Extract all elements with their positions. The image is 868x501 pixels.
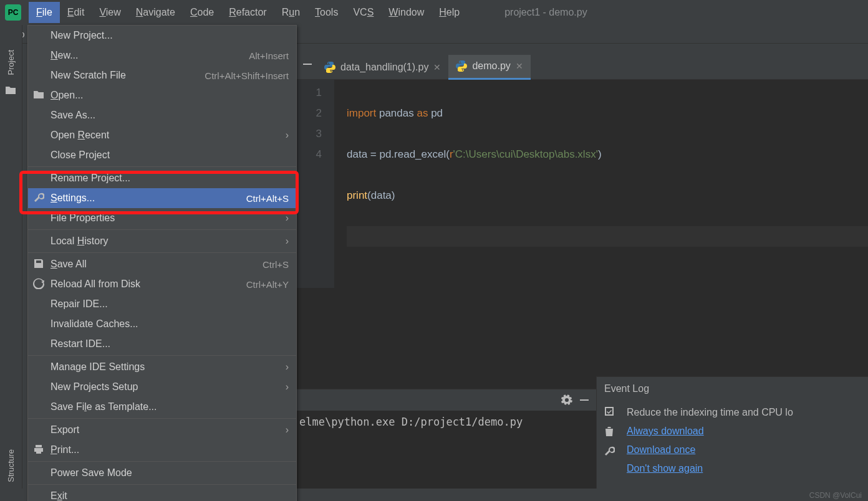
menu-code[interactable]: Code bbox=[183, 2, 221, 23]
structure-tool-label[interactable]: Structure bbox=[6, 443, 16, 489]
file-menu-item[interactable]: Save File as Template... bbox=[28, 397, 296, 417]
save-icon bbox=[33, 258, 44, 269]
editor-code[interactable]: import pandas as pd data = pd.read_excel… bbox=[334, 80, 868, 288]
menu-item-label: Repair IDE... bbox=[51, 298, 289, 310]
file-menu-item[interactable]: Manage IDE Settings› bbox=[28, 357, 296, 377]
chevron-right-icon: › bbox=[286, 212, 289, 224]
event-log-link-always[interactable]: Always download bbox=[627, 422, 793, 441]
menu-run[interactable]: Run bbox=[274, 2, 307, 23]
gear-icon[interactable] bbox=[561, 394, 572, 406]
file-menu-item[interactable]: Save As... bbox=[28, 105, 296, 125]
menu-item-label: Close Project bbox=[51, 150, 289, 161]
python-icon bbox=[456, 60, 467, 72]
menu-item-label: Exit bbox=[51, 490, 289, 501]
collapse-icon[interactable] bbox=[302, 59, 316, 72]
check-icon[interactable] bbox=[604, 406, 615, 417]
menu-separator bbox=[28, 484, 296, 485]
line-number: 2 bbox=[297, 103, 322, 123]
menu-separator bbox=[28, 418, 296, 419]
file-menu-item[interactable]: Rename Project... bbox=[28, 168, 296, 188]
project-tool-label[interactable]: Project bbox=[6, 44, 16, 81]
minimize-icon[interactable] bbox=[579, 394, 590, 406]
wrench-icon bbox=[33, 192, 44, 203]
event-log-title: Event Log bbox=[597, 377, 868, 401]
file-menu-item[interactable]: Local History› bbox=[28, 231, 296, 251]
menu-window[interactable]: Window bbox=[381, 2, 432, 23]
menu-shortcut: Alt+Insert bbox=[249, 50, 289, 61]
left-tool-strip: Project Structure bbox=[0, 25, 22, 489]
menu-item-label: Export bbox=[51, 424, 286, 436]
file-menu-item[interactable]: Open Recent› bbox=[28, 125, 296, 145]
file-menu-item[interactable]: Export› bbox=[28, 420, 296, 440]
chevron-right-icon: › bbox=[286, 361, 289, 373]
menu-item-label: Settings... bbox=[51, 193, 246, 204]
menu-refactor[interactable]: Refactor bbox=[221, 2, 274, 23]
close-icon[interactable]: ✕ bbox=[516, 61, 523, 71]
folder-icon bbox=[33, 89, 44, 100]
menu-vcs[interactable]: VCS bbox=[345, 2, 381, 23]
file-menu-item[interactable]: Exit bbox=[28, 486, 296, 501]
menu-item-label: Open Recent bbox=[51, 130, 286, 141]
file-menu-item[interactable]: Restart IDE... bbox=[28, 334, 296, 354]
menu-tools[interactable]: Tools bbox=[307, 2, 345, 23]
file-menu-item[interactable]: Save AllCtrl+S bbox=[28, 254, 296, 274]
file-menu-dropdown: New Project...New...Alt+InsertNew Scratc… bbox=[27, 25, 297, 501]
menu-separator bbox=[28, 461, 296, 462]
file-menu-item[interactable]: Invalidate Caches... bbox=[28, 314, 296, 334]
folder-icon[interactable] bbox=[5, 85, 17, 97]
chevron-right-icon: › bbox=[286, 424, 289, 436]
event-log-link-dont[interactable]: Don't show again bbox=[627, 459, 793, 478]
chevron-right-icon: › bbox=[286, 130, 289, 141]
file-menu-item[interactable]: Repair IDE... bbox=[28, 294, 296, 314]
menu-item-label: Save File as Template... bbox=[51, 401, 289, 413]
event-log-desc: Reduce the indexing time and CPU lo bbox=[627, 403, 793, 422]
menu-item-label: Power Save Mode bbox=[51, 467, 289, 479]
chevron-right-icon: › bbox=[286, 381, 289, 393]
menu-file[interactable]: File bbox=[29, 2, 60, 23]
menu-item-label: New... bbox=[51, 50, 249, 61]
file-menu-item[interactable]: New Project... bbox=[28, 26, 296, 45]
menu-item-label: Reload All from Disk bbox=[51, 279, 246, 290]
menu-item-label: Open... bbox=[51, 90, 289, 101]
line-number: 4 bbox=[297, 144, 322, 165]
editor-area: data_handling(1).py✕demo.py✕ 1234 import… bbox=[297, 55, 868, 389]
reload-icon bbox=[33, 278, 44, 289]
file-menu-item[interactable]: File Properties› bbox=[28, 208, 296, 228]
file-menu-item[interactable]: New Projects Setup› bbox=[28, 377, 296, 397]
tab-label: data_handling(1).py bbox=[340, 62, 428, 73]
chevron-right-icon: › bbox=[286, 236, 289, 247]
file-menu-item[interactable]: Reload All from DiskCtrl+Alt+Y bbox=[28, 274, 296, 294]
close-icon[interactable]: ✕ bbox=[433, 62, 441, 72]
editor-tab[interactable]: demo.py✕ bbox=[448, 55, 530, 80]
menu-view[interactable]: View bbox=[92, 2, 128, 23]
event-log-link-once[interactable]: Download once bbox=[627, 441, 793, 459]
file-menu-item[interactable]: Open... bbox=[28, 85, 296, 105]
line-number: 3 bbox=[297, 123, 322, 144]
menu-help[interactable]: Help bbox=[432, 2, 467, 23]
file-menu-item[interactable]: Close Project bbox=[28, 145, 296, 165]
editor-tab[interactable]: data_handling(1).py✕ bbox=[317, 55, 448, 80]
menu-item-label: Save All bbox=[51, 259, 263, 270]
editor-tabs-bar: data_handling(1).py✕demo.py✕ bbox=[297, 55, 868, 80]
line-number: 1 bbox=[297, 82, 322, 103]
file-menu-item[interactable]: Print... bbox=[28, 440, 296, 460]
console-output[interactable]: elme\python.exe D:/project1/demo.py bbox=[297, 411, 596, 433]
app-icon: PC bbox=[5, 4, 21, 21]
menu-item-label: Restart IDE... bbox=[51, 338, 289, 350]
trash-icon[interactable] bbox=[604, 426, 615, 437]
file-menu-item[interactable]: New Scratch FileCtrl+Alt+Shift+Insert bbox=[28, 65, 296, 85]
file-menu-item[interactable]: Power Save Mode bbox=[28, 463, 296, 483]
menu-edit[interactable]: Edit bbox=[60, 2, 92, 23]
menu-item-label: Invalidate Caches... bbox=[51, 318, 289, 330]
window-title: project1 - demo.py bbox=[504, 7, 587, 18]
file-menu-item[interactable]: Settings...Ctrl+Alt+S bbox=[28, 188, 296, 208]
editor-gutter: 1234 bbox=[297, 80, 334, 288]
file-menu-item[interactable]: New...Alt+Insert bbox=[28, 45, 296, 65]
menu-item-label: New Projects Setup bbox=[51, 381, 286, 393]
menu-item-label: Save As... bbox=[51, 110, 289, 121]
menu-separator bbox=[28, 166, 296, 167]
menu-shortcut: Ctrl+Alt+S bbox=[246, 193, 289, 204]
menu-navigate[interactable]: Navigate bbox=[128, 2, 183, 23]
menu-item-label: New Scratch File bbox=[51, 70, 205, 81]
wrench-icon[interactable] bbox=[604, 446, 615, 457]
